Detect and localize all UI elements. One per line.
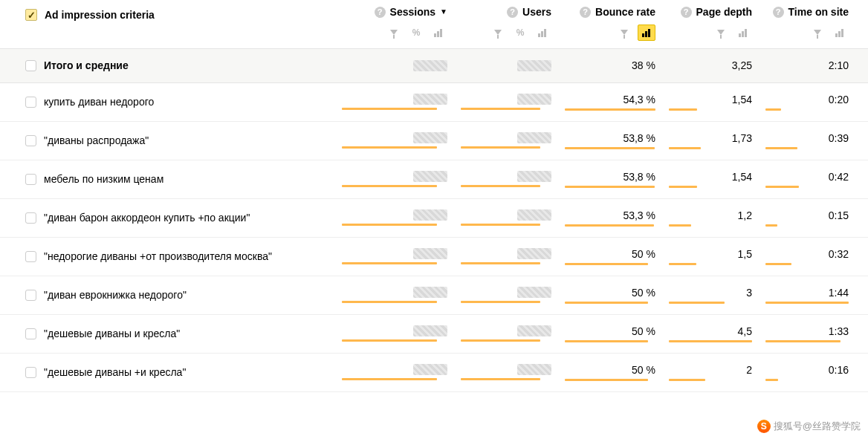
time-value: 0:16 (829, 364, 849, 376)
time-value: 0:15 (829, 209, 849, 221)
bounce-value: 54,3 % (623, 94, 655, 105)
row-label[interactable]: мебель по низким ценам (44, 173, 163, 185)
bounce-value: 50 % (632, 325, 655, 337)
help-icon[interactable]: ? (681, 7, 692, 18)
blurred-value (413, 248, 447, 259)
column-header-users[interactable]: ? Users (507, 6, 551, 19)
depth-value: 1,2 (738, 209, 752, 221)
bounce-value: 53,3 % (623, 209, 655, 221)
filter-icon[interactable] (615, 25, 633, 41)
sort-indicator-icon: ▼ (440, 7, 447, 16)
table-row: купить диван недорого 54,3 % 1,54 0:20 (0, 83, 868, 122)
time-value: 0:42 (829, 171, 849, 183)
row-checkbox[interactable] (25, 251, 36, 262)
blurred-value (413, 60, 447, 71)
column-header-time[interactable]: ? Time on site (773, 6, 849, 19)
row-label[interactable]: "диван барон аккордеон купить +по акции" (44, 212, 250, 224)
bounce-value: 53,8 % (623, 171, 655, 183)
totals-row: Итого и средние 38 % 3,25 2:10 (0, 49, 868, 83)
row-checkbox[interactable] (25, 367, 36, 378)
row-checkbox[interactable] (25, 174, 36, 185)
svg-rect-12 (835, 33, 838, 37)
row-checkbox[interactable] (25, 135, 36, 146)
table-row: "дешевые диваны и кресла" 50 % 4,5 1:33 (0, 315, 868, 354)
blurred-value (517, 287, 551, 298)
filter-icon[interactable] (385, 25, 403, 41)
svg-rect-1 (437, 31, 439, 37)
blurred-value (517, 209, 551, 221)
bounce-value: 50 % (632, 248, 655, 260)
depth-value: 1,54 (732, 94, 752, 105)
depth-value: 1,54 (732, 171, 752, 183)
column-header-depth[interactable]: ? Page depth (681, 6, 752, 19)
blurred-value (413, 94, 447, 105)
row-label[interactable]: "диван еврокнижка недорого" (44, 289, 187, 301)
blurred-value (413, 325, 447, 336)
bounce-value: 50 % (632, 287, 655, 299)
depth-value: 3 (746, 287, 752, 299)
svg-rect-6 (642, 33, 644, 37)
filter-icon[interactable] (712, 25, 730, 41)
row-checkbox[interactable] (25, 97, 36, 108)
select-all-checkbox[interactable]: ✓ (25, 9, 37, 21)
bounce-value: 50 % (632, 364, 655, 376)
chart-toggle-icon[interactable] (734, 25, 752, 41)
svg-rect-3 (538, 33, 540, 37)
dimension-header-label: Ad impression criteria (45, 9, 155, 21)
blurred-value (517, 60, 551, 71)
table-row: "диван барон аккордеон купить +по акции"… (0, 199, 868, 238)
svg-rect-8 (648, 29, 650, 37)
chart-toggle-icon[interactable] (638, 25, 655, 41)
svg-rect-2 (440, 29, 442, 37)
depth-value: 2 (746, 364, 752, 376)
percent-toggle-icon[interactable]: % (407, 25, 425, 41)
chart-toggle-icon[interactable] (831, 25, 849, 41)
column-header-sessions[interactable]: ? Sessions ▼ (375, 6, 447, 19)
blurred-value (517, 248, 551, 259)
blurred-value (413, 287, 447, 298)
svg-rect-4 (541, 31, 543, 37)
report-table: ✓ Ad impression criteria ? Sessions ▼ % … (0, 0, 868, 392)
blurred-value (517, 94, 551, 105)
column-header-bounce[interactable]: ? Bounce rate (580, 6, 655, 19)
row-checkbox[interactable] (25, 212, 36, 224)
row-label[interactable]: "дешевые диваны +и кресла" (44, 366, 186, 378)
table-row: "недорогие диваны +от производителя моск… (0, 238, 868, 276)
table-row: "диван еврокнижка недорого" 50 % 3 1:44 (0, 276, 868, 315)
blurred-value (413, 132, 447, 143)
time-value: 0:20 (829, 94, 849, 105)
filter-icon[interactable] (489, 25, 507, 41)
table-row: "диваны распродажа" 53,8 % 1,73 0:39 (0, 122, 868, 160)
svg-rect-11 (745, 29, 747, 37)
help-icon[interactable]: ? (507, 7, 518, 18)
blurred-value (413, 209, 447, 221)
blurred-value (517, 132, 551, 143)
time-value: 1:33 (829, 325, 849, 337)
percent-toggle-icon[interactable]: % (511, 25, 529, 41)
row-label[interactable]: "диваны распродажа" (44, 134, 149, 146)
totals-depth: 3,25 (732, 59, 752, 71)
svg-rect-9 (739, 33, 741, 37)
chart-toggle-icon[interactable] (534, 25, 551, 41)
totals-time: 2:10 (829, 59, 849, 71)
svg-rect-0 (434, 33, 436, 37)
row-label[interactable]: купить диван недорого (44, 96, 154, 108)
row-checkbox[interactable] (25, 328, 36, 339)
row-label[interactable]: "недорогие диваны +от производителя моск… (44, 250, 272, 262)
svg-rect-10 (742, 31, 744, 37)
row-checkbox[interactable] (25, 290, 36, 301)
chart-toggle-icon[interactable] (430, 25, 447, 41)
blurred-value (517, 171, 551, 182)
help-icon[interactable]: ? (375, 7, 386, 18)
row-label[interactable]: "дешевые диваны и кресла" (44, 328, 180, 339)
row-checkbox[interactable] (25, 60, 36, 71)
time-value: 0:32 (829, 248, 849, 260)
help-icon[interactable]: ? (773, 7, 784, 18)
table-header: ✓ Ad impression criteria ? Sessions ▼ % … (0, 0, 868, 49)
filter-icon[interactable] (809, 25, 826, 41)
table-row: "дешевые диваны +и кресла" 50 % 2 0:16 (0, 354, 868, 392)
blurred-value (413, 364, 447, 375)
time-value: 1:44 (829, 287, 849, 299)
help-icon[interactable]: ? (580, 7, 591, 18)
totals-bounce: 38 % (632, 59, 655, 71)
